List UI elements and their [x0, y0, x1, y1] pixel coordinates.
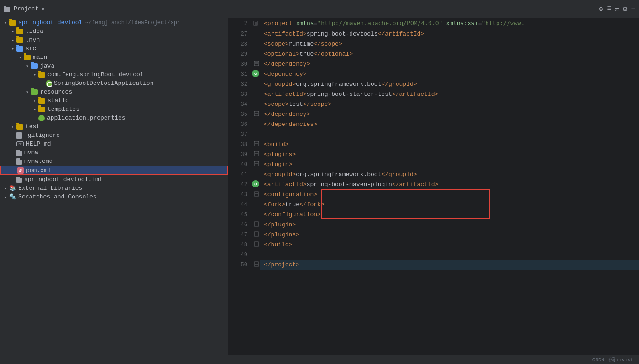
header-gutter: [251, 21, 260, 26]
root-label: springboot_devtool: [18, 19, 82, 26]
pomxml-label: pom.xml: [26, 167, 51, 174]
templates-label: templates: [47, 106, 79, 113]
sidebar-item-mvnw[interactable]: mvnw: [0, 148, 228, 157]
project-sidebar[interactable]: springboot_devtool ~/fengjianchi/ideaPro…: [0, 18, 228, 355]
helpmd-icon: MD: [16, 141, 24, 146]
templates-folder-icon: [38, 107, 45, 112]
sidebar-item-app[interactable]: SpringBootDevtoolApplication: [0, 79, 228, 88]
spring-app-icon: [46, 80, 52, 87]
test-folder-icon: [16, 124, 23, 130]
resources-label: resources: [40, 88, 72, 95]
sidebar-item-pomxml[interactable]: m pom.xml: [0, 166, 228, 175]
helpmd-label: HELP.md: [26, 140, 51, 147]
root-path: ~/fengjianchi/ideaProject/spr: [85, 20, 180, 26]
root-folder-icon: [9, 20, 16, 26]
line-numbers: 2728293031323334353637383940414243444546…: [228, 28, 251, 355]
main-folder-icon: [24, 55, 31, 60]
application-properties-label: application.properties: [47, 114, 126, 121]
extlibs-label: External Libraries: [18, 185, 82, 192]
toolbar-add-icon[interactable]: ⊕: [599, 5, 603, 14]
toolbar: Project ▾ ⊕ ≡ ⇄ ⚙ −: [0, 0, 639, 18]
iml-label: springboot_devtool.iml: [24, 176, 103, 183]
static-folder-icon: [38, 98, 45, 104]
toolbar-project-label: Project: [14, 5, 39, 12]
scratches-label: Scratches and Consoles: [18, 193, 97, 200]
gitignore-icon: [16, 132, 22, 139]
chevron-java: [24, 63, 31, 69]
extlibs-icon: 📚: [9, 185, 16, 192]
toolbar-settings-icon[interactable]: ⚙: [623, 5, 628, 14]
java-label: java: [40, 62, 54, 69]
sidebar-item-test[interactable]: test: [0, 122, 228, 131]
sidebar-item-gitignore[interactable]: .gitignore: [0, 131, 228, 140]
header-line-content: <project xmlns="http://maven.apache.org/…: [260, 20, 524, 26]
code-content[interactable]: <artifactId>spring-boot-devtools</artifa…: [260, 28, 639, 355]
scratches-icon: 🔩: [9, 193, 16, 200]
toolbar-title: Project ▾: [4, 5, 45, 13]
mvn-folder-icon: [16, 37, 23, 43]
watermark: CSDN @冯insist: [592, 356, 634, 363]
chevron-static: [31, 98, 38, 104]
sidebar-item-static[interactable]: static: [0, 96, 228, 105]
static-label: static: [47, 97, 69, 104]
toolbar-icons: ⊕ ≡ ⇄ ⚙ −: [599, 5, 635, 14]
chevron-main: [16, 55, 24, 60]
chevron-com: [31, 72, 38, 78]
chevron-mvn: [9, 37, 16, 43]
toolbar-sync-icon[interactable]: ⇄: [615, 5, 619, 14]
chevron-idea: [9, 29, 16, 34]
idea-label: .idea: [26, 28, 43, 35]
fold-icon: [253, 21, 258, 26]
sidebar-item-helpmd[interactable]: MD HELP.md: [0, 140, 228, 148]
mvn-label: .mvn: [26, 36, 40, 43]
idea-folder-icon: [16, 29, 23, 34]
sidebar-item-com[interactable]: com.feng.springBoot_devtool: [0, 70, 228, 79]
header-line-num: 2: [228, 20, 251, 26]
chevron-resources: [24, 89, 31, 95]
src-folder-icon: [16, 46, 23, 52]
mvnwcmd-label: mvnw.cmd: [24, 158, 52, 165]
sidebar-item-templates[interactable]: templates: [0, 105, 228, 114]
sidebar-item-scratches[interactable]: 🔩 Scratches and Consoles: [0, 192, 228, 201]
chevron-src: [9, 46, 16, 52]
chevron-scratches: [2, 194, 9, 200]
project-icon: [4, 6, 11, 12]
sidebar-item-src[interactable]: src: [0, 44, 228, 53]
sidebar-item-iml[interactable]: springboot_devtool.iml: [0, 175, 228, 184]
mvnwcmd-icon: [16, 158, 22, 165]
mvnw-icon: [16, 150, 22, 156]
code-container: 2728293031323334353637383940414243444546…: [228, 28, 639, 355]
sidebar-item-resources[interactable]: resources: [0, 88, 228, 96]
properties-icon: [38, 115, 45, 121]
pom-icon: m: [17, 167, 24, 174]
sidebar-item-java[interactable]: java: [0, 62, 228, 70]
com-folder-icon: [38, 72, 45, 78]
svg-rect-1: [4, 6, 6, 8]
iml-icon: [16, 177, 22, 183]
toolbar-dropdown-icon[interactable]: ▾: [42, 5, 45, 13]
test-label: test: [26, 123, 40, 130]
svg-rect-6: [254, 61, 259, 66]
sidebar-item-mvn[interactable]: .mvn: [0, 36, 228, 44]
svg-rect-9: [254, 111, 259, 116]
gitignore-label: .gitignore: [24, 132, 60, 139]
gutter: ↺↺: [251, 28, 260, 355]
sidebar-item-main[interactable]: main: [0, 53, 228, 62]
sidebar-item-mvnwcmd[interactable]: mvnw.cmd: [0, 157, 228, 166]
editor-area: 2 <project xmlns="http://maven.apache.or…: [228, 18, 639, 355]
chevron-root: [2, 20, 9, 26]
com-label: com.feng.springBoot_devtool: [47, 71, 144, 78]
app-label: SpringBootDevtoolApplication: [54, 80, 153, 87]
resources-folder-icon: [31, 89, 38, 95]
toolbar-list-icon[interactable]: ≡: [607, 5, 612, 14]
sidebar-item-idea[interactable]: .idea: [0, 27, 228, 36]
sidebar-item-application-properties[interactable]: application.properties: [0, 114, 228, 122]
sidebar-item-extlibs[interactable]: 📚 External Libraries: [0, 184, 228, 192]
java-folder-icon: [31, 63, 38, 69]
tree-root[interactable]: springboot_devtool ~/fengjianchi/ideaPro…: [0, 18, 228, 27]
src-label: src: [26, 45, 36, 52]
svg-rect-0: [4, 7, 10, 12]
toolbar-minimize-icon[interactable]: −: [631, 5, 635, 14]
chevron-test: [9, 124, 16, 130]
chevron-extlibs: [2, 186, 9, 191]
